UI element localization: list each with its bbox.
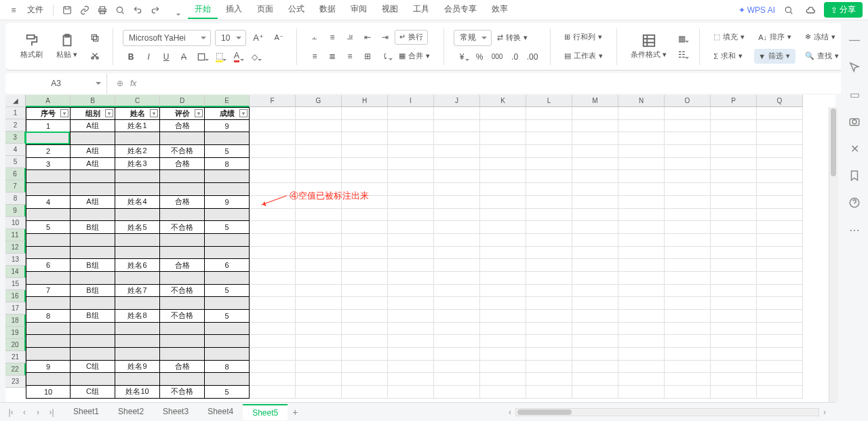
sheet-tab-Sheet2[interactable]: Sheet2 [108,404,153,420]
col-header-O[interactable]: O [665,95,711,107]
cell[interactable] [572,145,618,158]
cell[interactable] [665,272,711,285]
cell[interactable] [115,297,160,310]
col-header-F[interactable]: F [250,95,296,107]
add-sheet-button[interactable]: + [288,405,302,420]
cell[interactable] [296,323,342,336]
filter-dropdown-icon[interactable]: ▾ [150,109,158,117]
cell[interactable] [480,259,526,272]
cell[interactable] [665,259,711,272]
cell[interactable]: 7 [26,285,71,298]
cell[interactable] [115,323,160,336]
print-icon[interactable] [94,2,111,18]
cell[interactable] [526,386,572,399]
cell[interactable]: 5 [205,386,250,399]
cell[interactable]: 姓名2 [115,145,160,158]
freeze-button[interactable]: ❄ 冻结 ▾ [801,30,843,45]
col-header-J[interactable]: J [434,95,480,107]
cell[interactable] [572,158,618,171]
cell[interactable] [71,247,115,260]
row-header-13[interactable]: 13 [5,254,26,266]
cell[interactable] [26,170,71,183]
menu-开始[interactable]: 开始 [188,1,218,19]
cell[interactable] [757,247,803,260]
cell[interactable] [388,323,434,336]
cell[interactable] [296,272,342,285]
cell[interactable] [572,170,618,183]
horizontal-scrollbar[interactable]: ‹ › [505,408,830,416]
sum-button[interactable]: Σ 求和 ▾ [709,49,749,64]
cell[interactable] [757,272,803,285]
cell[interactable] [618,323,665,336]
cell[interactable] [71,234,115,247]
cell[interactable] [250,234,296,247]
cell[interactable] [526,247,572,260]
side-minus-icon[interactable]: — [847,33,862,47]
cell[interactable] [250,221,296,234]
decrease-decimal-icon[interactable]: .0 [507,50,523,64]
cell[interactable] [115,132,160,145]
col-header-I[interactable]: I [388,95,434,107]
cell[interactable] [711,297,757,310]
cell[interactable] [526,297,572,310]
cell[interactable]: 6 [26,259,71,272]
cell[interactable]: B组 [71,259,115,272]
strikethrough-button[interactable]: A [176,50,192,64]
tab-prev-icon[interactable]: ‹ [19,407,30,418]
cell[interactable] [388,132,434,145]
cell[interactable] [480,221,526,234]
cell[interactable] [250,373,296,386]
cell[interactable] [480,209,526,222]
cell[interactable] [572,373,618,386]
cell[interactable] [618,234,665,247]
copy-icon[interactable] [87,31,103,45]
cell[interactable] [342,259,388,272]
percent-button[interactable]: % [471,50,488,64]
col-header-M[interactable]: M [572,95,618,107]
cell[interactable] [618,209,665,222]
cell[interactable] [296,209,342,222]
cell[interactable] [205,209,250,222]
cell[interactable] [572,272,618,285]
side-help-icon[interactable] [847,195,862,210]
cell[interactable] [665,158,711,171]
cell[interactable] [618,247,665,260]
cell[interactable] [526,120,572,133]
row-header-19[interactable]: 19 [5,327,26,339]
cell[interactable] [434,145,480,158]
row-header-2[interactable]: 2 [5,119,26,132]
cell[interactable] [388,335,434,348]
cell[interactable] [480,386,526,399]
cell[interactable] [434,247,480,260]
cell[interactable] [388,285,434,298]
col-header-G[interactable]: G [296,95,342,107]
cell[interactable] [26,297,71,310]
row-header-23[interactable]: 23 [5,376,26,388]
cell[interactable] [665,120,711,133]
cell[interactable] [480,348,526,361]
filter-button[interactable]: ▼ 筛选 ▾ [754,49,795,64]
cell[interactable] [526,234,572,247]
tab-last-icon[interactable]: ›| [46,407,57,418]
menu-效率[interactable]: 效率 [485,1,515,19]
cell[interactable] [480,196,526,209]
cell[interactable]: 1 [26,120,71,133]
cell[interactable] [250,120,296,133]
cell[interactable] [434,196,480,209]
row-header-11[interactable]: 11 [5,229,26,241]
cell[interactable] [526,272,572,285]
cell[interactable]: A组 [71,196,115,209]
col-header-E[interactable]: E [205,95,250,107]
cell[interactable] [757,361,803,374]
cell[interactable] [115,373,160,386]
cell[interactable]: 6 [205,259,250,272]
cell[interactable] [665,335,711,348]
cell[interactable] [388,259,434,272]
file-menu[interactable]: 文件 [23,4,47,16]
cell[interactable] [160,132,205,145]
select-all-corner[interactable]: ◢ [5,95,26,107]
cell[interactable] [342,361,388,374]
sort-button[interactable]: A↓ 排序 ▾ [754,30,795,45]
cell[interactable] [526,348,572,361]
italic-button[interactable]: I [140,50,157,64]
